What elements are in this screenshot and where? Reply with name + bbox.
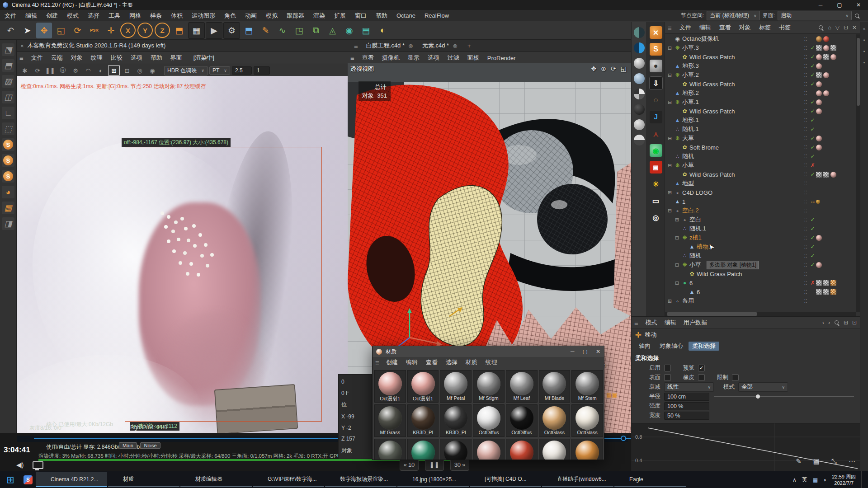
menu-item[interactable]: 样条 [146, 12, 166, 20]
object-label[interactable]: Octane摄像机 [681, 35, 719, 43]
menu-item[interactable]: Octane [392, 12, 420, 19]
material-swatch[interactable] [477, 441, 500, 460]
taskbar-item[interactable]: G:\VIP课程\数字海... [253, 472, 324, 487]
visibility-dots[interactable]: ⁚⁚ [802, 262, 809, 268]
tree-row[interactable]: Wild Grass Patch ⁚⁚ [665, 269, 855, 278]
menu-item[interactable]: 模式 [642, 319, 661, 327]
document-tab[interactable]: 白膜工程.c4d *⊗ [362, 41, 418, 51]
expand-toggle-icon[interactable] [668, 99, 674, 105]
toolbar-icon[interactable]: ▦ [188, 22, 205, 39]
taskbar-item[interactable]: 数字海报场景渲染... [325, 472, 396, 487]
tray-volume-icon[interactable]: ◗ [823, 477, 826, 483]
material-swatch[interactable] [510, 406, 533, 430]
material-item[interactable] [539, 439, 571, 460]
spin-field-2[interactable]: 1 [254, 66, 270, 75]
tag-chip[interactable] [816, 200, 820, 204]
collapse-icon[interactable]: « [863, 26, 866, 31]
tree-row[interactable]: Wild Grass Patch ⁚⁚ [665, 52, 855, 61]
back-icon[interactable]: ‹ [822, 319, 824, 326]
expand-toggle-icon[interactable] [675, 235, 681, 241]
enable-state-icon[interactable] [809, 225, 816, 232]
menu-item[interactable]: 创建 [382, 358, 402, 366]
object-label[interactable]: Wild Grass Patch [689, 81, 735, 88]
tag-chip[interactable] [816, 262, 822, 268]
enable-state-icon[interactable] [809, 99, 816, 105]
material-item[interactable] [407, 439, 439, 460]
menu-item[interactable]: 文件 [675, 23, 695, 32]
tag-chips[interactable] [816, 136, 855, 141]
visibility-dots[interactable]: ⁚⁚ [802, 289, 809, 295]
surface-checkbox[interactable] [664, 374, 671, 381]
toolbar-icon[interactable]: ↶ [3, 23, 19, 38]
plugin-icon[interactable]: ☀ [650, 178, 662, 190]
material-swatch[interactable] [378, 372, 402, 395]
menu-item[interactable]: 选项 [424, 54, 443, 62]
menu-item[interactable]: 查看 [358, 54, 378, 62]
tonemap-select[interactable]: HDR 色调映∨ [164, 66, 208, 75]
menu-item[interactable]: 查看 [422, 358, 442, 366]
tree-row[interactable]: 空白.2 ⁚⁚ [665, 206, 855, 215]
visibility-dots[interactable]: ⁚⁚ [802, 90, 809, 96]
toolbar-icon[interactable]: ⚙ [223, 22, 240, 39]
plugin-icon[interactable]: ◌ [650, 94, 662, 107]
octane-toolbar-icon[interactable]: ❚❚ [45, 66, 56, 75]
tree-row[interactable]: Wild Grass Patch ⁚⁚ [665, 107, 855, 116]
object-label[interactable]: Wild Grass Patch [689, 54, 735, 61]
material-item[interactable]: KB3D_Pl [440, 404, 472, 437]
tree-row[interactable]: z植1 ⁚⁚ [665, 233, 855, 242]
object-label[interactable]: 6 [689, 280, 693, 286]
display-ball-icon[interactable] [634, 27, 645, 38]
burger-icon[interactable]: ≡ [17, 54, 26, 62]
tag-chip[interactable] [830, 45, 836, 51]
toolbar-icon[interactable]: ◳ [291, 23, 307, 38]
plugin-icon[interactable]: ● [650, 60, 662, 72]
taskbar-item[interactable]: Cinema 4D R21.2... [36, 472, 107, 487]
pin-icon[interactable]: ⊡ [852, 319, 857, 326]
snap-indicator-icons[interactable]: ▦▣ [606, 391, 618, 398]
object-label[interactable]: 空白 [689, 216, 701, 224]
grid-icon[interactable]: ⊞ [844, 319, 848, 326]
visibility-dots[interactable]: ⁚⁚ [802, 253, 809, 259]
main-pass-button[interactable]: Main [119, 442, 137, 449]
view-label[interactable]: 透视视图 [350, 65, 374, 73]
tree-row[interactable]: 大草 ⁚⁚ [665, 134, 855, 143]
start-button[interactable]: ⊞ [0, 471, 21, 488]
material-swatch[interactable] [444, 372, 467, 395]
object-label[interactable]: 小草 [681, 161, 694, 169]
taskbar-item[interactable]: [可拖拽] C4D O... [470, 472, 541, 487]
ime-language[interactable]: 英 [802, 476, 807, 483]
tag-chip[interactable] [830, 172, 836, 178]
material-item[interactable] [571, 439, 603, 460]
object-label[interactable]: 地形.2 [681, 89, 699, 97]
spin-field-1[interactable]: 2.5 [232, 66, 252, 75]
expand-toggle-icon[interactable] [668, 298, 674, 304]
pause-button[interactable]: ❚❚ [425, 458, 444, 471]
menu-item[interactable]: 摄像机 [378, 54, 404, 62]
material-item[interactable] [374, 439, 406, 460]
object-label[interactable]: 小草.3 [681, 44, 699, 52]
toolbar-icon[interactable]: ▤ [358, 23, 374, 38]
dock-icon[interactable]: ⬚ [2, 122, 14, 135]
expand-toggle-icon[interactable] [675, 217, 681, 223]
tree-row[interactable]: 6 ⁚⁚ [665, 278, 855, 287]
visibility-dots[interactable]: ⁚⁚ [802, 108, 809, 114]
enable-state-icon[interactable] [809, 198, 816, 205]
menu-item[interactable]: 纹理 [87, 54, 107, 62]
tag-chip[interactable] [823, 54, 829, 60]
maximize-icon[interactable]: ▢ [583, 348, 588, 355]
layout-icon[interactable]: ⊡ [844, 24, 848, 31]
menu-item[interactable]: ProRender [483, 55, 520, 61]
document-tab[interactable]: 元素.c4d *⊗ [418, 41, 462, 51]
burger-icon[interactable]: ≡ [632, 319, 641, 327]
tree-row[interactable]: 地形.2 ⁚⁚ [665, 89, 855, 98]
dock-icon[interactable]: ∟ [2, 107, 14, 119]
menu-item[interactable]: 查看 [715, 23, 735, 32]
visibility-dots[interactable]: ⁚⁚ [802, 172, 809, 178]
enable-state-icon[interactable] [809, 72, 816, 78]
limit-checkbox[interactable] [732, 374, 739, 381]
attribute-tab[interactable]: 轴向 [635, 342, 654, 351]
tag-chip[interactable] [816, 235, 822, 241]
coordinate-value[interactable]: 对象 [341, 447, 369, 455]
toggle-view-icon[interactable]: ◱ [621, 65, 627, 72]
expand-toggle-icon[interactable] [668, 72, 674, 78]
